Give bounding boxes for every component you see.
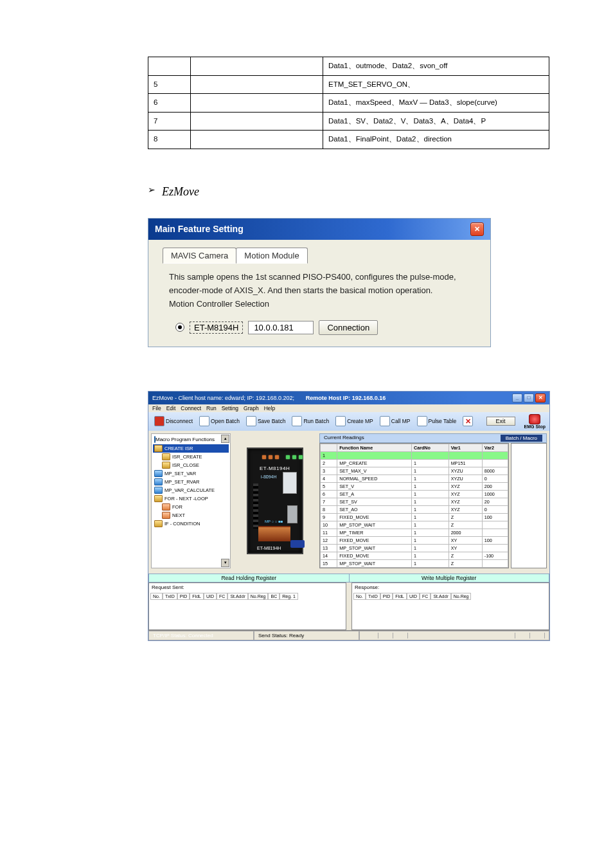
table-row[interactable]: 14FIXED_MOVE1Z-100 (321, 552, 508, 559)
log-header-cell: PID (177, 593, 190, 600)
table-row[interactable]: 11MP_TIMER12000 (321, 529, 508, 536)
emg-stop-label: EMG Stop (524, 424, 546, 429)
menu-edit[interactable]: Edit (166, 405, 176, 411)
menu-setting[interactable]: Setting (222, 405, 238, 411)
minimize-icon[interactable]: _ (512, 393, 522, 402)
open-batch-button[interactable]: Open Batch (197, 415, 242, 427)
response-panel: Response: No.TxIDPIDFldLUIDFCSt.AddrNo.R… (351, 583, 549, 630)
scroll-down-icon[interactable]: ▾ (221, 559, 229, 567)
table-row[interactable]: 12FIXED_MOVE1XY100 (321, 536, 508, 544)
folder-icon (154, 470, 163, 477)
log-header-cell: No. (150, 593, 163, 600)
menu-connect[interactable]: Connect (181, 405, 201, 411)
menu-bar[interactable]: File Edit Connect Run Setting Graph Help (148, 404, 549, 412)
request-sent-panel: Request Sent: No.TxIDPIDFldLUIDFCSt.Addr… (148, 583, 346, 630)
table-row[interactable]: 10MP_STOP_WAIT1Z (321, 521, 508, 529)
batch-macro-button[interactable]: Batch / Macro (501, 435, 542, 442)
title-client: EzMove - Client host name: edward; IP: 1… (152, 395, 294, 401)
sidebar-item[interactable]: ISR_CLOSE (153, 461, 229, 469)
sidebar-item[interactable]: FOR - NEXT -LOOP (153, 494, 229, 503)
log-header-cell: FC (420, 593, 431, 600)
ip-input[interactable]: 10.0.0.181 (248, 321, 314, 334)
log-header-cell: St.Addr (227, 593, 247, 600)
sidebar-item-label: IF - CONDITION (164, 521, 200, 527)
device-mp-leds: MP ○ ○ ■■ (265, 520, 283, 523)
sidebar-item[interactable]: MP_SET_RVAR (153, 478, 229, 486)
table-row[interactable]: 4NORMAL_SPEED1XYZU0 (321, 475, 508, 482)
save-icon (246, 416, 256, 426)
table-row: 6 Data1、maxSpeed、MaxV — Data3、slope(curv… (148, 94, 549, 113)
table-row[interactable]: 15MP_STOP_WAIT1Z (321, 559, 508, 567)
sidebar-item-label: MP_SET_RVAR (164, 479, 199, 485)
log-header-cell: No.Reg (248, 593, 269, 600)
table-row[interactable]: 7SET_SV1XYZ20 (321, 498, 508, 505)
menu-help[interactable]: Help (264, 405, 275, 411)
sidebar-item[interactable]: MP_SET_VAR (153, 469, 229, 478)
cell: 6 (148, 94, 191, 113)
toolbar: Disconnect Open Batch Save Batch Run Bat… (148, 412, 549, 431)
cell: Data1、SV、Data2、V、Data3、A、Data4、P (323, 112, 549, 131)
close-icon[interactable]: ✕ (470, 222, 484, 236)
sidebar-item-label: ISR_CREATE (172, 454, 202, 460)
folder-icon (162, 503, 170, 511)
table-row[interactable]: 1 (321, 451, 508, 459)
controller-radio[interactable] (175, 323, 184, 332)
big-x-button[interactable]: ✕ (461, 415, 475, 427)
call-mp-button[interactable]: Call MP (378, 415, 413, 427)
dialog-titlebar: Main Feature Setting ✕ (148, 219, 490, 240)
exit-button[interactable]: Exit (486, 417, 515, 426)
sidebar-item[interactable]: CREATE ISR (153, 444, 229, 453)
sidebar-item-label: FOR - NEXT -LOOP (164, 496, 208, 502)
table-row[interactable]: 6SET_A1XYZ1000 (321, 490, 508, 498)
sidebar-item-label: NEXT (172, 512, 185, 518)
tab-mavis-camera[interactable]: MAVIS Camera (163, 248, 236, 264)
table-row[interactable]: 8SET_AO1XYZ0 (321, 505, 508, 513)
readings-side-blank (511, 443, 547, 568)
close-icon[interactable]: ✕ (535, 393, 546, 402)
table-row[interactable]: 2MP_CREATE1MP151 (321, 459, 508, 467)
macro-sidebar[interactable]: ▴ Macro Program Functions CREATE ISRISR_… (151, 433, 231, 568)
status-connected: TCP/IP Status: Connected (148, 631, 254, 640)
scroll-up-icon[interactable]: ▴ (221, 435, 229, 443)
table-row[interactable]: 9FIXED_MOVE1Z100 (321, 513, 508, 521)
log-header-cell: PID (380, 593, 393, 600)
emg-stop-button[interactable] (529, 414, 540, 424)
log-header-cell: UID (204, 593, 217, 600)
chevron-icon: ➢ (148, 185, 155, 194)
menu-run[interactable]: Run (206, 405, 217, 411)
log-header-cell: FldL (393, 593, 407, 600)
maximize-icon[interactable]: □ (524, 393, 534, 402)
disconnect-button[interactable]: Disconnect (152, 415, 195, 427)
device-sublabel: i-8094H (261, 475, 277, 479)
connection-button[interactable]: Connection (319, 320, 378, 335)
menu-file[interactable]: File (152, 405, 161, 411)
readings-table[interactable]: Function Name CardNo Var1 Var2 12MP_CREA… (319, 443, 509, 568)
folder-icon (154, 445, 163, 452)
table-row[interactable]: 3SET_MAX_V1XYZU8000 (321, 467, 508, 475)
cell (191, 57, 323, 76)
dialog-title: Main Feature Setting (155, 224, 244, 234)
section-heading: ➢ EzMove (148, 185, 549, 199)
sidebar-item[interactable]: MP_VAR_CALCULATE (153, 486, 229, 494)
sidebar-item[interactable]: FOR (153, 503, 229, 511)
log-header-cell: TxID (163, 593, 177, 600)
table-row: 5 ETM_SET_SERVO_ON、 (148, 75, 549, 94)
sidebar-item[interactable]: NEXT (153, 511, 229, 520)
table-row[interactable]: 5SET_V1XYZ200 (321, 482, 508, 490)
sidebar-item[interactable]: ISR_CREATE (153, 453, 229, 461)
sidebar-item-label: MP_VAR_CALCULATE (164, 487, 215, 493)
pulse-table-button[interactable]: Pulse Table (415, 415, 459, 427)
sidebar-item[interactable]: IF - CONDITION (153, 520, 229, 528)
save-batch-button[interactable]: Save Batch (244, 415, 287, 427)
x-icon: ✕ (463, 416, 473, 426)
menu-graph[interactable]: Graph (244, 405, 259, 411)
tab-motion-module[interactable]: Motion Module (236, 248, 307, 264)
folder-icon (154, 495, 163, 502)
cell: 5 (148, 75, 191, 94)
dialog-desc-2: encoder-mode of AXIS_X. And then starts … (169, 285, 479, 296)
open-icon (199, 416, 209, 426)
create-mp-button[interactable]: Create MP (333, 415, 375, 427)
table-row[interactable]: 13MP_STOP_WAIT1XY (321, 544, 508, 552)
folder-icon (154, 487, 163, 494)
run-batch-button[interactable]: Run Batch (290, 415, 331, 427)
